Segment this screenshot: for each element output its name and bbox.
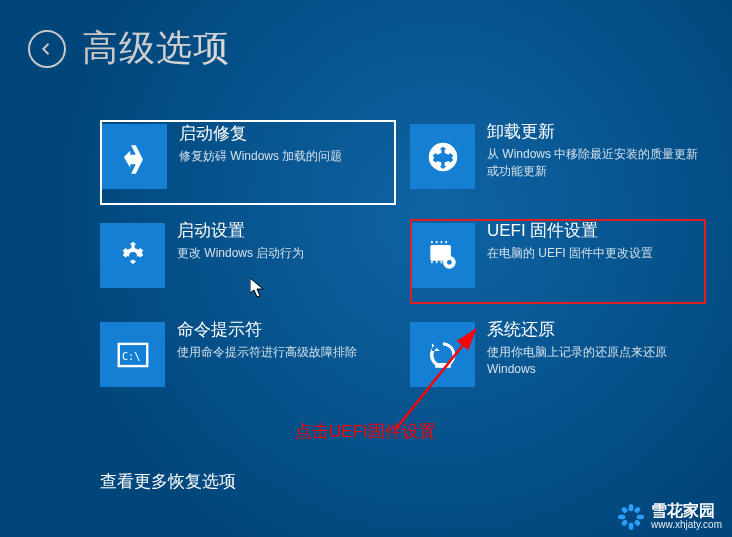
annotation-text: 点击UEFI固件设置 — [295, 420, 436, 443]
tile-title: UEFI 固件设置 — [487, 221, 706, 241]
startup-settings-icon — [100, 223, 165, 288]
tile-desc: 使用你电脑上记录的还原点来还原 Windows — [487, 344, 706, 378]
svg-point-0 — [439, 153, 447, 161]
arrow-left-icon — [38, 40, 56, 58]
back-button[interactable] — [28, 30, 66, 68]
page-title: 高级选项 — [82, 24, 230, 73]
tile-title: 卸载更新 — [487, 122, 706, 142]
tile-title: 命令提示符 — [177, 320, 396, 340]
svg-text:C:\: C:\ — [121, 349, 140, 361]
svg-rect-11 — [637, 515, 644, 520]
tile-desc: 修复妨碍 Windows 加载的问题 — [179, 148, 394, 165]
svg-rect-13 — [634, 519, 641, 526]
more-options-link[interactable]: 查看更多恢复选项 — [100, 470, 236, 493]
tile-desc: 更改 Windows 启动行为 — [177, 245, 396, 262]
watermark-name: 雪花家园 — [651, 503, 722, 520]
watermark: 雪花家园 www.xhjaty.com — [617, 503, 722, 531]
svg-rect-10 — [618, 515, 625, 520]
svg-rect-8 — [629, 504, 634, 511]
tile-startup-repair[interactable]: 启动修复 修复妨碍 Windows 加载的问题 — [100, 120, 396, 205]
tile-startup-settings[interactable]: 启动设置 更改 Windows 启动行为 — [100, 219, 396, 304]
tile-desc: 在电脑的 UEFI 固件中更改设置 — [487, 245, 706, 262]
tile-desc: 从 Windows 中移除最近安装的质量更新或功能更新 — [487, 146, 706, 180]
watermark-url: www.xhjaty.com — [651, 520, 722, 531]
uninstall-updates-icon — [410, 124, 475, 189]
svg-rect-15 — [621, 519, 628, 526]
tile-command-prompt[interactable]: C:\ 命令提示符 使用命令提示符进行高级故障排除 — [100, 318, 396, 403]
tile-title: 启动修复 — [179, 124, 394, 144]
tile-title: 系统还原 — [487, 320, 706, 340]
svg-rect-9 — [629, 523, 634, 530]
svg-rect-7 — [435, 362, 451, 367]
tile-title: 启动设置 — [177, 221, 396, 241]
options-grid: 启动修复 修复妨碍 Windows 加载的问题 卸载更新 从 Windows 中… — [100, 120, 720, 417]
svg-rect-12 — [621, 506, 628, 513]
tile-uninstall-updates[interactable]: 卸载更新 从 Windows 中移除最近安装的质量更新或功能更新 — [410, 120, 706, 205]
tile-system-restore[interactable]: 系统还原 使用你电脑上记录的还原点来还原 Windows — [410, 318, 706, 403]
uefi-firmware-icon — [410, 223, 475, 288]
svg-point-4 — [446, 259, 451, 264]
command-prompt-icon: C:\ — [100, 322, 165, 387]
tile-desc: 使用命令提示符进行高级故障排除 — [177, 344, 396, 361]
system-restore-icon — [410, 322, 475, 387]
watermark-logo-icon — [617, 503, 645, 531]
tile-uefi-firmware[interactable]: UEFI 固件设置 在电脑的 UEFI 固件中更改设置 — [410, 219, 706, 304]
svg-rect-14 — [634, 506, 641, 513]
startup-repair-icon — [102, 124, 167, 189]
svg-point-1 — [129, 252, 137, 260]
